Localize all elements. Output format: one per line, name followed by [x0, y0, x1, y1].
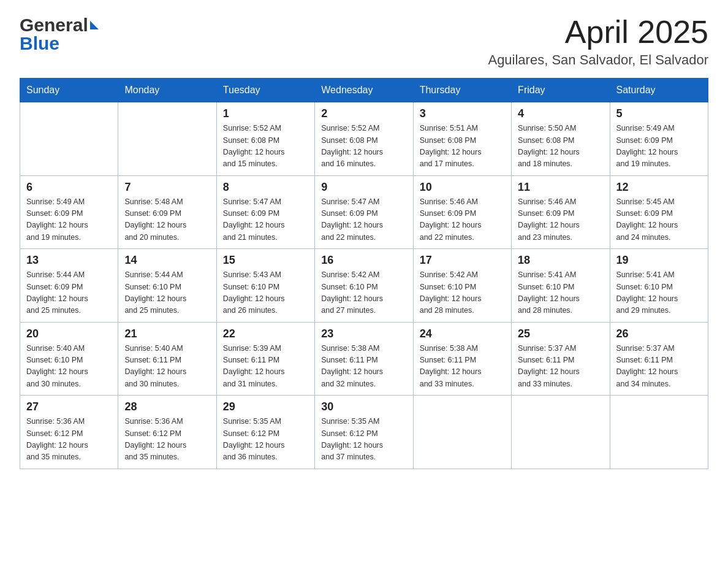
day-info: Sunrise: 5:43 AMSunset: 6:10 PMDaylight:…: [223, 269, 308, 317]
day-info: Sunrise: 5:50 AMSunset: 6:08 PMDaylight:…: [518, 123, 603, 170]
calendar-cell: [20, 102, 118, 176]
day-number: 23: [321, 327, 406, 340]
day-info: Sunrise: 5:51 AMSunset: 6:08 PMDaylight:…: [420, 123, 505, 170]
day-info: Sunrise: 5:48 AMSunset: 6:09 PMDaylight:…: [124, 196, 210, 244]
day-info: Sunrise: 5:45 AMSunset: 6:09 PMDaylight:…: [616, 196, 702, 244]
calendar-week-5: 27Sunrise: 5:36 AMSunset: 6:12 PMDayligh…: [20, 396, 708, 469]
day-info: Sunrise: 5:39 AMSunset: 6:11 PMDaylight:…: [223, 343, 308, 391]
calendar-week-4: 20Sunrise: 5:40 AMSunset: 6:10 PMDayligh…: [20, 322, 708, 396]
day-info: Sunrise: 5:52 AMSunset: 6:08 PMDaylight:…: [321, 123, 406, 170]
calendar-table: SundayMondayTuesdayWednesdayThursdayFrid…: [20, 78, 708, 469]
day-number: 20: [26, 327, 112, 340]
day-info: Sunrise: 5:47 AMSunset: 6:09 PMDaylight:…: [321, 196, 406, 244]
day-number: 24: [420, 327, 505, 340]
calendar-week-2: 6Sunrise: 5:49 AMSunset: 6:09 PMDaylight…: [20, 175, 708, 249]
day-number: 8: [223, 181, 308, 194]
calendar-cell: 1Sunrise: 5:52 AMSunset: 6:08 PMDaylight…: [216, 102, 314, 176]
logo-arrow-icon: [90, 21, 99, 29]
day-info: Sunrise: 5:42 AMSunset: 6:10 PMDaylight:…: [321, 269, 406, 317]
calendar-cell: [413, 396, 511, 469]
calendar-week-3: 13Sunrise: 5:44 AMSunset: 6:09 PMDayligh…: [20, 249, 708, 323]
calendar-cell: 8Sunrise: 5:47 AMSunset: 6:09 PMDaylight…: [216, 175, 314, 249]
page-header: General Blue April 2025 Aguilares, San S…: [20, 15, 708, 68]
day-number: 25: [518, 327, 603, 340]
calendar-cell: 29Sunrise: 5:35 AMSunset: 6:12 PMDayligh…: [216, 396, 314, 469]
day-info: Sunrise: 5:42 AMSunset: 6:10 PMDaylight:…: [420, 269, 505, 317]
day-info: Sunrise: 5:47 AMSunset: 6:09 PMDaylight:…: [223, 196, 308, 244]
logo-blue-text: Blue: [20, 33, 59, 54]
day-number: 4: [518, 107, 603, 120]
calendar-header-thursday: Thursday: [413, 79, 511, 102]
logo: General Blue: [20, 15, 99, 54]
day-info: Sunrise: 5:40 AMSunset: 6:11 PMDaylight:…: [124, 343, 210, 391]
day-info: Sunrise: 5:36 AMSunset: 6:12 PMDaylight:…: [26, 416, 112, 464]
day-info: Sunrise: 5:35 AMSunset: 6:12 PMDaylight:…: [321, 416, 406, 464]
day-number: 1: [223, 107, 308, 120]
calendar-cell: 6Sunrise: 5:49 AMSunset: 6:09 PMDaylight…: [20, 175, 118, 249]
calendar-cell: [512, 396, 610, 469]
calendar-cell: 26Sunrise: 5:37 AMSunset: 6:11 PMDayligh…: [610, 322, 708, 396]
calendar-cell: 28Sunrise: 5:36 AMSunset: 6:12 PMDayligh…: [118, 396, 216, 469]
calendar-cell: 12Sunrise: 5:45 AMSunset: 6:09 PMDayligh…: [610, 175, 708, 249]
calendar-cell: 16Sunrise: 5:42 AMSunset: 6:10 PMDayligh…: [315, 249, 413, 323]
logo-general-text: General: [20, 15, 88, 36]
calendar-cell: 14Sunrise: 5:44 AMSunset: 6:10 PMDayligh…: [118, 249, 216, 323]
day-number: 5: [616, 107, 702, 120]
calendar-cell: 30Sunrise: 5:35 AMSunset: 6:12 PMDayligh…: [315, 396, 413, 469]
day-number: 15: [223, 254, 308, 267]
calendar-header-row: SundayMondayTuesdayWednesdayThursdayFrid…: [20, 79, 708, 102]
day-number: 28: [124, 400, 210, 413]
calendar-cell: 20Sunrise: 5:40 AMSunset: 6:10 PMDayligh…: [20, 322, 118, 396]
day-number: 10: [420, 181, 505, 194]
calendar-header-tuesday: Tuesday: [216, 79, 314, 102]
day-number: 12: [616, 181, 702, 194]
day-info: Sunrise: 5:41 AMSunset: 6:10 PMDaylight:…: [518, 269, 603, 317]
day-info: Sunrise: 5:35 AMSunset: 6:12 PMDaylight:…: [223, 416, 308, 464]
calendar-cell: 19Sunrise: 5:41 AMSunset: 6:10 PMDayligh…: [610, 249, 708, 323]
day-info: Sunrise: 5:36 AMSunset: 6:12 PMDaylight:…: [124, 416, 210, 464]
calendar-cell: 25Sunrise: 5:37 AMSunset: 6:11 PMDayligh…: [512, 322, 610, 396]
day-number: 16: [321, 254, 406, 267]
calendar-cell: 9Sunrise: 5:47 AMSunset: 6:09 PMDaylight…: [315, 175, 413, 249]
day-info: Sunrise: 5:44 AMSunset: 6:09 PMDaylight:…: [26, 269, 112, 317]
day-number: 18: [518, 254, 603, 267]
day-number: 9: [321, 181, 406, 194]
day-info: Sunrise: 5:49 AMSunset: 6:09 PMDaylight:…: [26, 196, 112, 244]
day-number: 13: [26, 254, 112, 267]
day-number: 6: [26, 181, 112, 194]
calendar-cell: 21Sunrise: 5:40 AMSunset: 6:11 PMDayligh…: [118, 322, 216, 396]
calendar-week-1: 1Sunrise: 5:52 AMSunset: 6:08 PMDaylight…: [20, 102, 708, 176]
day-number: 26: [616, 327, 702, 340]
day-number: 27: [26, 400, 112, 413]
day-number: 11: [518, 181, 603, 194]
calendar-cell: 15Sunrise: 5:43 AMSunset: 6:10 PMDayligh…: [216, 249, 314, 323]
day-number: 17: [420, 254, 505, 267]
calendar-cell: 24Sunrise: 5:38 AMSunset: 6:11 PMDayligh…: [413, 322, 511, 396]
month-title: April 2025: [488, 15, 708, 50]
day-info: Sunrise: 5:52 AMSunset: 6:08 PMDaylight:…: [223, 123, 308, 170]
day-number: 14: [124, 254, 210, 267]
calendar-header-monday: Monday: [118, 79, 216, 102]
calendar-cell: 7Sunrise: 5:48 AMSunset: 6:09 PMDaylight…: [118, 175, 216, 249]
calendar-cell: 5Sunrise: 5:49 AMSunset: 6:09 PMDaylight…: [610, 102, 708, 176]
calendar-header-wednesday: Wednesday: [315, 79, 413, 102]
calendar-cell: 23Sunrise: 5:38 AMSunset: 6:11 PMDayligh…: [315, 322, 413, 396]
calendar-cell: 27Sunrise: 5:36 AMSunset: 6:12 PMDayligh…: [20, 396, 118, 469]
calendar-cell: 13Sunrise: 5:44 AMSunset: 6:09 PMDayligh…: [20, 249, 118, 323]
day-number: 7: [124, 181, 210, 194]
calendar-cell: 11Sunrise: 5:46 AMSunset: 6:09 PMDayligh…: [512, 175, 610, 249]
calendar-cell: 3Sunrise: 5:51 AMSunset: 6:08 PMDaylight…: [413, 102, 511, 176]
day-number: 2: [321, 107, 406, 120]
day-info: Sunrise: 5:44 AMSunset: 6:10 PMDaylight:…: [124, 269, 210, 317]
calendar-cell: [610, 396, 708, 469]
calendar-cell: 18Sunrise: 5:41 AMSunset: 6:10 PMDayligh…: [512, 249, 610, 323]
calendar-cell: 2Sunrise: 5:52 AMSunset: 6:08 PMDaylight…: [315, 102, 413, 176]
calendar-header-friday: Friday: [512, 79, 610, 102]
day-number: 19: [616, 254, 702, 267]
calendar-cell: [118, 102, 216, 176]
day-info: Sunrise: 5:38 AMSunset: 6:11 PMDaylight:…: [420, 343, 505, 391]
day-info: Sunrise: 5:46 AMSunset: 6:09 PMDaylight:…: [518, 196, 603, 244]
day-info: Sunrise: 5:49 AMSunset: 6:09 PMDaylight:…: [616, 123, 702, 170]
day-info: Sunrise: 5:41 AMSunset: 6:10 PMDaylight:…: [616, 269, 702, 317]
title-section: April 2025 Aguilares, San Salvador, El S…: [488, 15, 708, 68]
